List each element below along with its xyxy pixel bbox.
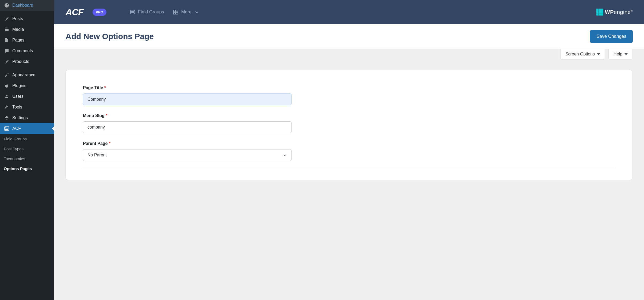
appearance-icon xyxy=(4,72,10,78)
sidebar-sub-post-types[interactable]: Post Types xyxy=(0,144,54,154)
topbar-link-label: Field Groups xyxy=(138,9,164,15)
acf-logo: ACF xyxy=(66,7,83,17)
chevron-down-icon xyxy=(597,53,600,55)
sidebar-sub-options-pages[interactable]: Options Pages xyxy=(0,164,54,174)
sidebar-item-appearance[interactable]: Appearance xyxy=(0,70,54,80)
sidebar-item-label: ACF xyxy=(12,126,21,131)
svg-rect-4 xyxy=(131,10,135,14)
sidebar-item-dashboard[interactable]: Dashboard xyxy=(0,0,54,11)
screen-options-label: Screen Options xyxy=(565,52,595,57)
pin-icon xyxy=(4,16,10,22)
sidebar-item-plugins[interactable]: Plugins xyxy=(0,80,54,91)
topbar-link-more[interactable]: More xyxy=(173,9,200,15)
page-title: Add New Options Page xyxy=(66,32,154,41)
sidebar-item-label: Posts xyxy=(12,16,23,21)
acf-topbar: ACF PRO Field Groups More WPengine® xyxy=(54,0,644,24)
sidebar-item-settings[interactable]: Settings xyxy=(0,112,54,123)
wpengine-logo: WPengine® xyxy=(596,9,633,16)
topbar-link-field-groups[interactable]: Field Groups xyxy=(130,9,164,15)
sidebar-item-label: Tools xyxy=(12,105,22,110)
grid-icon xyxy=(173,9,178,15)
sidebar-item-label: Appearance xyxy=(12,73,35,77)
sidebar-item-media[interactable]: Media xyxy=(0,24,54,35)
svg-rect-1 xyxy=(5,128,6,128)
topbar-link-label: More xyxy=(181,9,191,15)
settings-icon xyxy=(4,115,10,121)
parent-page-select[interactable]: No Parent xyxy=(83,149,292,161)
page-title-input[interactable] xyxy=(83,93,292,105)
sidebar-item-products[interactable]: Products xyxy=(0,56,54,67)
sidebar-item-label: Pages xyxy=(12,38,24,43)
sidebar-item-tools[interactable]: Tools xyxy=(0,102,54,112)
divider xyxy=(83,169,615,169)
sidebar-item-label: Settings xyxy=(12,115,28,120)
media-icon xyxy=(4,27,10,32)
form-card: Page Title * Menu Slug * Parent Page * N… xyxy=(66,70,633,180)
help-tab[interactable]: Help xyxy=(608,49,633,59)
sidebar-item-label: Dashboard xyxy=(12,3,33,8)
plugins-icon xyxy=(4,83,10,89)
chevron-down-icon xyxy=(283,153,287,157)
help-label: Help xyxy=(614,52,622,57)
field-label-page-title: Page Title * xyxy=(83,85,615,90)
sidebar-item-posts[interactable]: Posts xyxy=(0,13,54,24)
pro-badge: PRO xyxy=(93,9,106,16)
svg-rect-9 xyxy=(174,12,175,14)
field-label-menu-slug: Menu Slug * xyxy=(83,113,615,118)
svg-rect-7 xyxy=(174,10,175,12)
sidebar-item-label: Plugins xyxy=(12,83,26,88)
sidebar-item-acf[interactable]: ACF xyxy=(0,123,54,134)
acf-icon xyxy=(4,126,10,132)
wpengine-logo-icon xyxy=(596,9,603,16)
list-icon xyxy=(130,9,135,15)
field-label-parent-page: Parent Page * xyxy=(83,141,615,146)
pages-icon xyxy=(4,37,10,43)
users-icon xyxy=(4,93,10,99)
screen-options-tab[interactable]: Screen Options xyxy=(560,49,605,59)
tools-icon xyxy=(4,104,10,110)
sidebar-item-label: Comments xyxy=(12,48,33,53)
comment-icon xyxy=(4,48,10,54)
svg-rect-10 xyxy=(176,12,178,14)
sidebar-sub-field-groups[interactable]: Field Groups xyxy=(0,134,54,144)
sidebar-item-label: Media xyxy=(12,27,24,32)
chevron-down-icon xyxy=(194,9,200,15)
parent-page-value: No Parent xyxy=(87,153,107,158)
sidebar-item-comments[interactable]: Comments xyxy=(0,46,54,56)
svg-rect-8 xyxy=(176,10,178,12)
chevron-down-icon xyxy=(624,53,628,55)
page-header: Add New Options Page Save Changes xyxy=(54,24,644,49)
sidebar-item-pages[interactable]: Pages xyxy=(0,35,54,46)
sidebar-item-label: Products xyxy=(12,59,29,64)
sidebar-item-users[interactable]: Users xyxy=(0,91,54,102)
pin-icon xyxy=(4,59,10,65)
save-button[interactable]: Save Changes xyxy=(590,30,633,43)
sidebar-sub-taxonomies[interactable]: Taxonomies xyxy=(0,154,54,164)
svg-rect-2 xyxy=(5,129,8,129)
sidebar-item-label: Users xyxy=(12,94,24,99)
menu-slug-input[interactable] xyxy=(83,121,292,133)
svg-rect-3 xyxy=(5,129,8,130)
dashboard-icon xyxy=(4,2,10,8)
admin-sidebar: Dashboard Posts Media Pages Comments Pro… xyxy=(0,0,54,300)
